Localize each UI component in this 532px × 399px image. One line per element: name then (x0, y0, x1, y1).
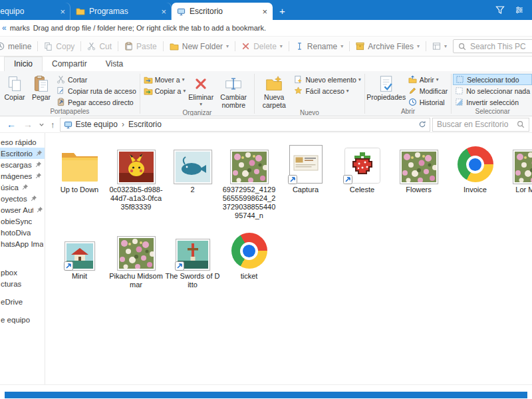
sidebar-item[interactable]: Escritorio (0, 148, 45, 159)
sidebar-item[interactable]: eDrive (0, 296, 45, 307)
copy-icon (44, 42, 53, 51)
tab-bar: ste equipo×Programas×Escritorio× + (0, 0, 532, 20)
breadcrumb-item[interactable]: Escritorio (128, 120, 162, 129)
ribbon-button[interactable]: Seleccionar todo (453, 74, 532, 85)
folder-icon (61, 150, 99, 184)
file-icon-area (277, 140, 334, 184)
pin-icon (35, 150, 43, 157)
up-button[interactable]: ↑ (48, 120, 58, 129)
ribbon-button[interactable]: Copiar a▾ (142, 85, 188, 96)
ribbon-button-label: Nuevo elemento (305, 76, 356, 84)
bookmarks-chevron-icon[interactable]: « (2, 24, 7, 32)
tab-1[interactable]: ste equipo× (0, 3, 70, 20)
file-item[interactable]: Up to Down (51, 140, 108, 220)
sidebar-item[interactable]: pbox (0, 267, 45, 278)
toolbar-search-input[interactable]: Search This PC (453, 39, 532, 53)
breadcrumb[interactable]: Este equipo›Escritorio (60, 118, 431, 132)
file-icon-area (447, 140, 503, 184)
file-item[interactable]: Flowers (390, 140, 447, 220)
toolbar-paste-button[interactable]: Paste (118, 42, 163, 51)
tab-close-icon[interactable]: × (161, 7, 166, 17)
refresh-icon[interactable] (418, 120, 426, 128)
sidebar-item[interactable]: oyectos (0, 193, 45, 204)
toolbar-delete-button[interactable]: Delete▾ (235, 42, 289, 51)
ribbon-button[interactable]: Propiedades (366, 72, 406, 108)
tab-close-icon[interactable]: × (60, 7, 65, 17)
toolbar-archive-files-button[interactable]: Archive Files▾ (350, 42, 426, 51)
ribbon-button[interactable]: Pegar acceso directo (55, 96, 138, 108)
ribbon-button[interactable]: Abrir▾ (406, 74, 450, 85)
explorer-search-input[interactable]: Buscar en Escritorio (432, 118, 529, 132)
ribbon-button[interactable]: Historial (406, 96, 450, 108)
ribbon-button[interactable]: Cortar (55, 74, 138, 85)
ribbon-button[interactable]: Eliminar▾ (188, 72, 214, 109)
toolbar-cut-button[interactable]: Cut (81, 42, 118, 51)
ribbon-tab-vista[interactable]: Vista (96, 57, 132, 71)
new-tab-button[interactable]: + (273, 5, 292, 17)
ribbon-button[interactable]: Modificar (406, 85, 450, 96)
file-row: MinitPikachu MidsommarThe Swords of Ditt… (51, 226, 532, 289)
tab-close-icon[interactable]: × (262, 7, 267, 17)
ribbon-button[interactable]: Copiar (1, 72, 28, 108)
file-icon-area (108, 140, 164, 184)
sidebar-item[interactable]: hotoDiva (0, 227, 45, 238)
toolbar-view-button[interactable]: ▾ (426, 42, 453, 51)
ribbon-button[interactable]: Fácil acceso▾ (292, 85, 362, 96)
file-item[interactable]: 69372952_412956555998624_237290388554409… (221, 140, 277, 220)
breadcrumb-item[interactable]: Este equipo (76, 120, 118, 129)
toolbar-copy-button[interactable]: Copy (38, 42, 80, 51)
recent-locations-dropdown-icon[interactable] (37, 122, 46, 128)
file-item[interactable]: Pikachu Midsommar (108, 226, 164, 289)
sidebar-item-label: cturas (1, 280, 21, 288)
tab-3[interactable]: Escritorio× (172, 3, 273, 20)
file-item[interactable]: The Swords of Ditto (164, 226, 221, 289)
toolbar-rename-button[interactable]: Rename▾ (289, 42, 349, 51)
toolbar-new-folder-button[interactable]: New Folder▾ (164, 42, 235, 51)
ribbon-button[interactable]: Cambiar nombre (214, 72, 253, 109)
sidebar-item[interactable]: escargas (0, 159, 45, 170)
ribbon-button[interactable]: Pegar (28, 72, 55, 108)
ribbon-small-column: Mover a▾Copiar a▾ (142, 72, 188, 109)
sidebar-item[interactable]: mágenes (0, 170, 45, 182)
ribbon-button-label: Copiar (5, 94, 25, 102)
file-item[interactable]: 0c0323b5-d988-44d7-a1a3-0fca35f83339 (108, 140, 164, 220)
settings-icon[interactable] (515, 5, 524, 15)
file-item[interactable]: Captura (277, 140, 334, 220)
back-button[interactable]: ← (4, 120, 19, 129)
sidebar-item[interactable]: eso rápido (0, 136, 45, 148)
toolbar-meline-button[interactable]: meline (0, 42, 37, 51)
tab-2[interactable]: Programas× (70, 3, 172, 20)
ribbon-tab-compartir[interactable]: Compartir (43, 57, 96, 71)
sidebar-item[interactable]: cturas (0, 278, 45, 289)
ribbon-group-separator (451, 74, 452, 114)
ribbon-button[interactable]: Mover a▾ (142, 74, 188, 85)
ribbon-button[interactable]: No seleccionar nada (453, 85, 532, 96)
ribbon-button[interactable]: Nueva carpeta (256, 72, 292, 109)
file-item[interactable]: Lor Midso (503, 140, 532, 220)
file-item[interactable]: Invoice (447, 140, 503, 220)
ribbon-button[interactable]: Nuevo elemento▾ (292, 74, 362, 85)
file-item[interactable]: Minit (51, 226, 108, 289)
ribbon-button[interactable]: Copiar ruta de acceso (55, 85, 138, 96)
sidebar-item[interactable]: e equipo (0, 314, 45, 325)
sidebar-item[interactable]: hatsApp Images 7 (0, 238, 45, 249)
filter-icon[interactable] (495, 5, 505, 15)
ribbon-group-separator (254, 74, 255, 114)
forward-button[interactable]: → (21, 120, 35, 129)
sidebar-item[interactable]: owser Automatio (0, 204, 45, 215)
file-item[interactable]: 2 (164, 140, 221, 220)
selinv-icon (455, 98, 464, 106)
file-name: 0c0323b5-d988-44d7-a1a3-0fca35f83339 (108, 186, 164, 211)
toolbar-button-label: Rename (307, 42, 337, 51)
file-item[interactable]: ticket (221, 226, 277, 289)
file-item[interactable]: Celeste (334, 140, 390, 220)
ribbon-button-label: Cambiar nombre (216, 94, 251, 109)
view-icon (432, 42, 441, 51)
sidebar-item[interactable]: obieSync (0, 215, 45, 227)
file-name: Captura (293, 186, 319, 194)
sidebar-item[interactable]: úsica (0, 182, 45, 193)
ribbon-tab-inicio[interactable]: Inicio (4, 57, 43, 71)
ribbon-button[interactable]: Invertir selección (453, 96, 532, 108)
flowers-thumbnail (513, 150, 532, 184)
file-icon-holder (231, 233, 267, 270)
